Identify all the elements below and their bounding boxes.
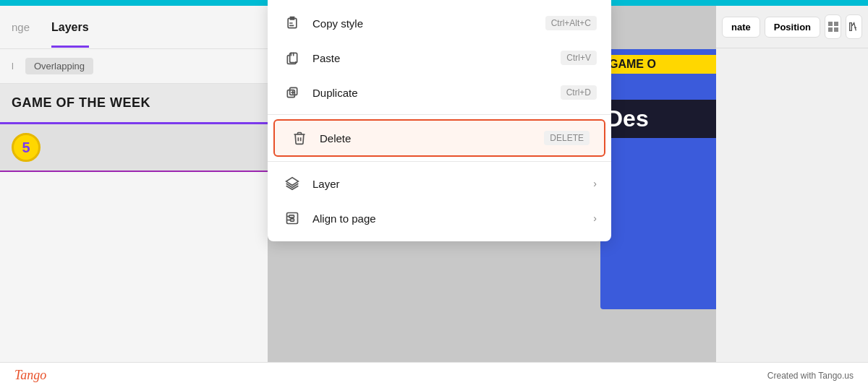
- duplicate-icon: [282, 82, 302, 103]
- context-menu: Copy style Ctrl+Alt+C Paste Ctrl+V Dupli…: [268, 0, 611, 241]
- style-icon: [848, 21, 859, 33]
- animate-label: nate: [731, 22, 751, 33]
- right-panel-header: nate Position: [716, 6, 868, 48]
- animate-button[interactable]: nate: [722, 17, 760, 38]
- paste-label: Paste: [312, 52, 561, 64]
- layer-arrow: ›: [593, 178, 597, 189]
- menu-item-align-to-page[interactable]: Align to page ›: [268, 201, 611, 236]
- menu-divider-1: [268, 114, 611, 115]
- layer-label: Layer: [312, 178, 593, 190]
- menu-item-layer[interactable]: Layer ›: [268, 166, 611, 201]
- sub-label: l: [12, 61, 14, 72]
- style-icon-button[interactable]: [846, 14, 862, 39]
- game-card-header: GAME O: [600, 49, 716, 64]
- position-button[interactable]: Position: [765, 17, 820, 38]
- menu-divider-2: [268, 161, 611, 162]
- right-panel: nate Position: [716, 6, 868, 388]
- menu-item-copy-style[interactable]: Copy style Ctrl+Alt+C: [268, 6, 611, 40]
- coin-item: 5: [0, 124, 268, 172]
- svg-rect-10: [291, 219, 294, 221]
- trash-icon: [289, 128, 310, 148]
- menu-item-delete[interactable]: Delete DELETE: [273, 119, 605, 157]
- svg-rect-12: [834, 22, 838, 26]
- overlapping-button[interactable]: Overlapping: [25, 58, 93, 74]
- position-label: Position: [774, 22, 811, 33]
- game-week-item: GAME OF THE WEEK: [0, 84, 268, 124]
- layer-icon: [282, 173, 302, 194]
- yellow-brush: GAME O: [603, 55, 716, 74]
- svg-rect-1: [287, 90, 294, 98]
- panel-subheader: l Overlapping: [0, 49, 268, 84]
- svg-rect-13: [828, 27, 833, 32]
- footer-credit: Created with Tango.us: [767, 371, 854, 381]
- duplicate-shortcut: Ctrl+D: [561, 85, 597, 100]
- tango-logo: Tango: [14, 368, 46, 383]
- game-week-text: GAME OF THE WEEK: [12, 95, 150, 110]
- left-panel: nge Layers l Overlapping GAME OF THE WEE…: [0, 6, 268, 388]
- copy-style-icon: [282, 13, 302, 33]
- paste-shortcut: Ctrl+V: [561, 51, 597, 65]
- delete-shortcut: DELETE: [544, 131, 590, 145]
- align-to-page-label: Align to page: [312, 212, 593, 225]
- game-card: GAME O Des: [600, 49, 716, 309]
- copy-style-label: Copy style: [312, 17, 545, 30]
- tab-nge[interactable]: nge: [12, 21, 30, 33]
- tab-layers[interactable]: Layers: [51, 21, 89, 34]
- align-icon: [282, 208, 302, 228]
- footer: Tango Created with Tango.us: [0, 362, 868, 388]
- game-card-dark: Des: [600, 100, 716, 138]
- svg-rect-14: [834, 27, 838, 32]
- delete-label: Delete: [320, 132, 544, 145]
- coin-icon: 5: [12, 133, 41, 162]
- align-arrow: ›: [593, 212, 597, 224]
- game-card-title: GAME O: [609, 58, 656, 70]
- copy-style-shortcut: Ctrl+Alt+C: [545, 16, 597, 30]
- duplicate-label: Duplicate: [312, 87, 561, 99]
- grid-icon-button[interactable]: [825, 14, 841, 39]
- grid-icon: [827, 21, 839, 33]
- paste-icon: [282, 48, 302, 68]
- panel-header: nge Layers: [0, 6, 268, 49]
- svg-rect-11: [828, 22, 833, 26]
- menu-item-paste[interactable]: Paste Ctrl+V: [268, 40, 611, 75]
- menu-item-duplicate[interactable]: Duplicate Ctrl+D: [268, 75, 611, 110]
- svg-rect-8: [289, 215, 294, 217]
- game-card-des: Des: [606, 105, 649, 132]
